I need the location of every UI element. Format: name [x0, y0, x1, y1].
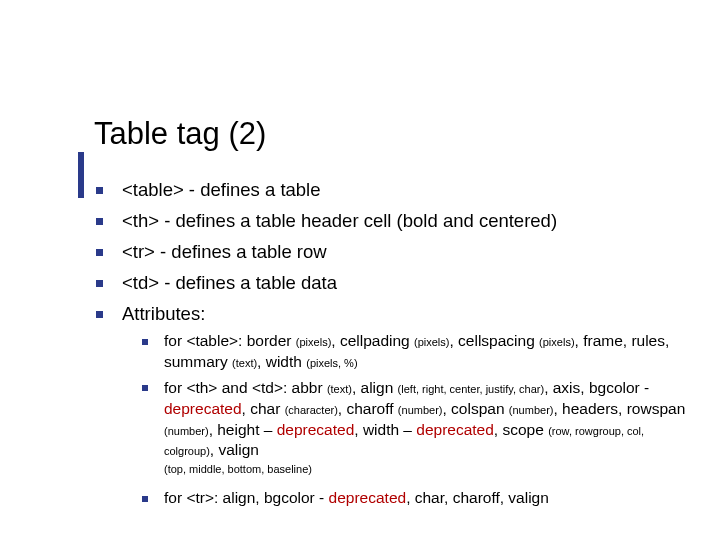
c-s1: , align [352, 379, 398, 396]
c-dep1: deprecated [164, 400, 242, 417]
c-s6: , headers, rowspan [553, 400, 685, 417]
r-lead: for <tr>: align, bgcolor - [164, 489, 329, 506]
t-p5: (pixels, %) [306, 357, 357, 369]
bullet-tr: <tr> - defines a table row [96, 240, 686, 265]
attr-for-tr: for <tr>: align, bgcolor - deprecated, c… [142, 488, 686, 509]
c-s4: , charoff [338, 400, 398, 417]
c-p3: (character) [285, 404, 338, 416]
t-s2: , cellspacing [449, 332, 539, 349]
bullet-attributes: Attributes: for <table>: border (pixels)… [96, 302, 686, 509]
r-tail: , char, charoff, valign [406, 489, 549, 506]
slide: Table tag (2) <table> - defines a table … [0, 0, 720, 540]
slide-body: <table> - defines a table <th> - defines… [96, 178, 686, 515]
attributes-sublist: for <table>: border (pixels), cellpading… [142, 331, 686, 509]
c-s3: , char [242, 400, 285, 417]
r-dep: deprecated [329, 489, 407, 506]
slide-title: Table tag (2) [94, 116, 266, 152]
c-p1: (text) [327, 383, 352, 395]
c-p8: (top, middle, bottom, baseline) [164, 463, 312, 475]
c-p4: (number) [398, 404, 443, 416]
bullet-td: <td> - defines a table data [96, 271, 686, 296]
t-p2: (pixels) [414, 336, 449, 348]
attr-for-table: for <table>: border (pixels), cellpading… [142, 331, 686, 373]
bullet-table: <table> - defines a table [96, 178, 686, 203]
c-lead: for <th> and <td>: abbr [164, 379, 327, 396]
attr-for-th-td: for <th> and <td>: abbr (text), align (l… [142, 378, 686, 478]
bullet-list: <table> - defines a table <th> - defines… [96, 178, 686, 509]
t-p1: (pixels) [296, 336, 331, 348]
t-p3: (pixels) [539, 336, 574, 348]
c-p5: (number) [509, 404, 554, 416]
c-p6: (number) [164, 425, 209, 437]
attributes-label: Attributes: [122, 303, 205, 324]
c-s8: , width – [354, 421, 416, 438]
c-dep3: deprecated [416, 421, 494, 438]
t-s1: , cellpading [331, 332, 414, 349]
valign-values-wrap: (top, middle, bottom, baseline) [164, 461, 686, 477]
valign-values: (top, middle, bottom, baseline) [164, 461, 686, 477]
c-s5: , colspan [442, 400, 508, 417]
t-lead: for <table>: border [164, 332, 296, 349]
t-p4: (text) [232, 357, 257, 369]
c-p2: (left, right, center, justify, char) [398, 383, 545, 395]
c-s9: , scope [494, 421, 548, 438]
title-accent-bar [78, 152, 84, 198]
c-s10: , valign [210, 441, 259, 458]
c-s2: , axis, bgcolor - [544, 379, 649, 396]
c-dep2: deprecated [277, 421, 355, 438]
bullet-th: <th> - defines a table header cell (bold… [96, 209, 686, 234]
c-s7: , height – [209, 421, 277, 438]
t-s4: , width [257, 353, 306, 370]
